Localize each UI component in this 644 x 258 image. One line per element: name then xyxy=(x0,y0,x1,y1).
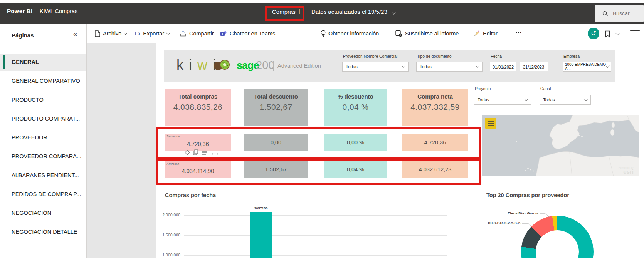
visual-hover-toolbar[interactable] xyxy=(184,149,222,156)
refresh-icon: ↺ xyxy=(591,30,596,37)
sidebar-item-pedidos-de-compra[interactable]: PEDIDOS DE COMPRA P... xyxy=(0,186,86,203)
obtener-informacion-button[interactable]: Obtener información xyxy=(321,28,379,39)
sidebar-item-proveedor[interactable]: PROVEEDOR xyxy=(0,129,86,146)
chevron-down-icon xyxy=(616,32,620,35)
sidebar-item-producto[interactable]: PRODUCTO xyxy=(0,91,86,108)
y-tick: 1.000.000 xyxy=(153,253,180,257)
more-options-button[interactable]: ··· xyxy=(516,28,522,38)
kpi-total-compras[interactable]: Total compras 4.038.835,26 xyxy=(165,89,231,126)
bookmark-icon xyxy=(605,30,610,38)
compartir-label: Compartir xyxy=(189,30,214,37)
donut-chart-title: Top 20 Compras por proveedor xyxy=(486,192,569,198)
filter-canal-dropdown[interactable]: Todas xyxy=(540,95,591,105)
fecha-desde-input[interactable]: 01/01/2022 xyxy=(490,62,516,71)
suscribirse-label: Suscribirse al informe xyxy=(405,30,459,37)
powerbi-logo[interactable]: Power BI xyxy=(7,8,32,15)
sidebar-item-proveedor-comparativo[interactable]: PROVEEDOR COMPARA... xyxy=(0,148,86,165)
search-icon xyxy=(602,11,608,17)
pages-sidebar: Páginas « GENERAL GENERAL COMPARATIVO PR… xyxy=(0,24,87,258)
fecha-hasta-input[interactable]: 31/12/2023 xyxy=(520,62,548,71)
kpi-pct-descuento[interactable]: % descuento 0,04 % xyxy=(324,89,387,126)
updated-dropdown[interactable]: Datos actualizados el 19/5/23 xyxy=(311,8,387,15)
chevron-down-icon[interactable] xyxy=(392,11,396,15)
exportar-button[interactable]: ↦ Exportar xyxy=(135,28,170,39)
filter-fecha-label: Fecha xyxy=(491,54,502,59)
sidebar-item-general[interactable]: GENERAL xyxy=(0,54,86,70)
sidebar-item-negociacion[interactable]: NEGOCIACIÓN xyxy=(0,204,86,221)
chevron-down-icon xyxy=(584,97,588,101)
filter-empresa-dropdown[interactable]: 1000 EMPRESA DEMO A... xyxy=(563,62,611,72)
donut-hole xyxy=(536,230,579,258)
matrix-cell-servicios-neta[interactable]: 4.720,36 xyxy=(402,134,468,151)
svg-text:T: T xyxy=(222,32,224,36)
matrix-cell-servicios-pct[interactable]: 0,00 % xyxy=(324,134,387,151)
file-icon xyxy=(95,30,100,37)
search-box[interactable] xyxy=(595,5,644,22)
title-separator: | xyxy=(299,8,300,14)
bar-chart-title: Compras por fecha xyxy=(165,192,216,198)
filter-proyecto-dropdown[interactable]: Todas xyxy=(474,95,531,105)
canvas-gutter xyxy=(87,43,156,258)
logo-divider xyxy=(273,61,274,71)
bookmark-button[interactable] xyxy=(605,29,619,39)
sidebar-title: Páginas xyxy=(12,32,34,39)
filter-tipo-label: Tipo de documento xyxy=(417,54,452,59)
map-base xyxy=(482,115,639,176)
archivo-button[interactable]: Archivo xyxy=(95,28,127,39)
gridline xyxy=(184,215,447,216)
pencil-icon xyxy=(473,30,480,37)
matrix-cell-servicios-compras[interactable]: Servicios 4.720,36 xyxy=(165,134,231,151)
matrix-cell-articulos-pct[interactable]: 0,04 % xyxy=(324,161,387,178)
bar[interactable] xyxy=(250,212,272,258)
row-label: Servicios xyxy=(166,134,180,138)
matrix-cell-servicios-descuento[interactable]: 0,00 xyxy=(244,134,308,151)
export-icon: ↦ xyxy=(135,30,140,37)
suscribirse-button[interactable]: Suscribirse al informe xyxy=(395,28,459,39)
filter-proyecto-label: Proyecto xyxy=(475,86,491,91)
refresh-button[interactable]: ↺ xyxy=(588,28,599,39)
row-label: Artículos xyxy=(166,162,179,166)
sidebar-item-producto-comparativo[interactable]: PRODUCTO COMPARAT... xyxy=(0,110,86,127)
hamburger-icon xyxy=(488,121,494,122)
gridline xyxy=(184,255,447,256)
teams-label: Chatear en Teams xyxy=(230,30,275,37)
fit-to-page-button[interactable] xyxy=(630,30,640,37)
collapse-sidebar-button[interactable]: « xyxy=(73,30,77,38)
obtener-label: Obtener información xyxy=(328,30,379,37)
map-visual[interactable]: POWERED BY esri xyxy=(482,115,639,176)
eraser-icon xyxy=(185,150,190,155)
edition-label: Advanced Edition xyxy=(277,63,321,69)
lightbulb-icon xyxy=(321,30,326,37)
app-topbar: Power BI KIWI_Compras Compras | Datos ac… xyxy=(0,3,644,24)
chevron-down-icon xyxy=(525,97,528,101)
workspace-name[interactable]: KIWI_Compras xyxy=(40,8,77,14)
matrix-cell-articulos-descuento[interactable]: 1.502,67 xyxy=(244,161,308,178)
sidebar-item-albaranes-pendientes[interactable]: ALBARANES PENDIENT... xyxy=(0,167,86,184)
share-icon xyxy=(180,30,187,37)
teams-icon: T xyxy=(220,30,227,37)
ellipsis-icon: ··· xyxy=(516,29,522,36)
filter-proveedor-dropdown[interactable]: Todas xyxy=(342,62,409,72)
map-menu-button[interactable] xyxy=(485,118,496,129)
kpi-total-descuento[interactable]: Total descuento 1.502,67 xyxy=(244,89,308,126)
subscribe-report-icon xyxy=(395,30,402,37)
more-options-icon xyxy=(212,154,214,155)
y-tick: 1.500.000 xyxy=(153,233,180,237)
editar-button[interactable]: Editar xyxy=(473,28,498,39)
chevron-down-icon xyxy=(166,31,170,35)
teams-button[interactable]: T Chatear en Teams xyxy=(220,28,275,39)
page-title: Compras xyxy=(272,8,296,15)
chevron-down-icon xyxy=(402,64,406,68)
sidebar-item-negociacion-detalle[interactable]: NEGOCIACIÓN DETALLE xyxy=(0,223,86,240)
compartir-button[interactable]: Compartir xyxy=(180,28,214,39)
sidebar-item-general-comparativo[interactable]: GENERAL COMPARATIVO xyxy=(0,72,86,89)
filter-tipo-dropdown[interactable]: Todas xyxy=(416,62,483,72)
filter-canal-label: Canal xyxy=(540,86,551,91)
matrix-cell-articulos-neta[interactable]: 4.032.612,23 xyxy=(402,161,468,178)
kpi-compra-neta[interactable]: Compra neta 4.037.332,59 xyxy=(402,89,468,126)
filter-empresa-label: Empresa xyxy=(563,54,580,59)
search-input[interactable] xyxy=(612,10,639,17)
sage-version: 200 xyxy=(256,59,274,72)
kiwi-fruit-icon xyxy=(213,58,231,72)
matrix-cell-articulos-compras[interactable]: Artículos 4.034.114,90 xyxy=(165,161,231,178)
